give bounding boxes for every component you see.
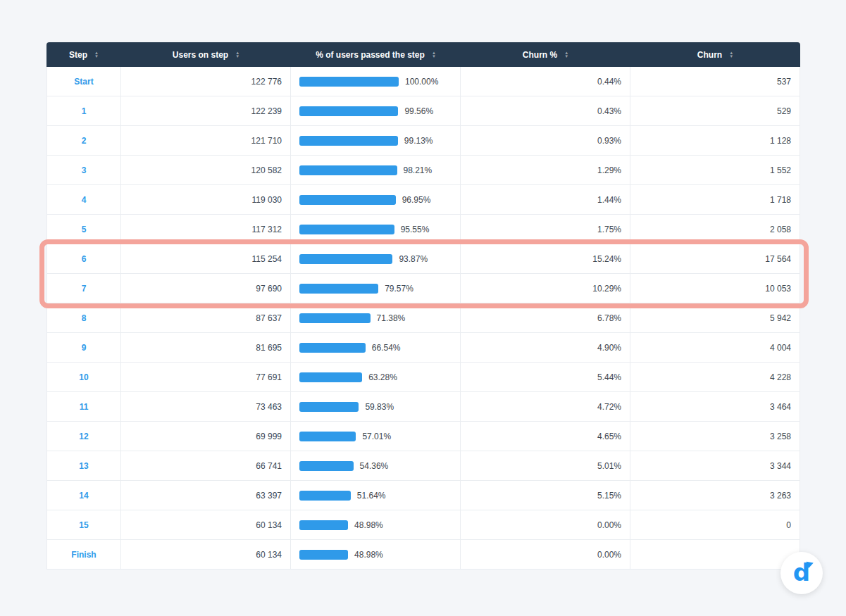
- users-on-step-value: 63 397: [121, 481, 291, 510]
- step-cell: 6: [46, 244, 121, 273]
- step-cell: Start: [46, 67, 121, 96]
- devtodev-logo: d: [780, 552, 823, 594]
- churn-percent-value: 6.78%: [461, 303, 630, 332]
- churn-value: 1 128: [630, 126, 800, 155]
- passed-percent-label: 63.28%: [368, 372, 397, 382]
- passed-bar: [299, 136, 398, 146]
- churn-percent-value: 15.24%: [461, 244, 630, 273]
- step-link[interactable]: 9: [82, 343, 87, 353]
- passed-percent-label: 48.98%: [354, 550, 383, 560]
- table-row: 1 122 239 99.56% 0.43% 529: [46, 96, 800, 126]
- churn-value: 2 058: [630, 215, 800, 244]
- table-row: 14 63 397 51.64% 5.15% 3 263: [46, 481, 800, 510]
- churn-percent-value: 4.65%: [461, 422, 630, 451]
- churn-percent-value: 10.29%: [461, 274, 630, 303]
- column-header-churn[interactable]: Churn ▲▼: [630, 42, 800, 67]
- sort-icon[interactable]: ▲▼: [235, 51, 240, 58]
- passed-bar: [299, 402, 359, 412]
- step-link[interactable]: 13: [79, 461, 88, 471]
- passed-bar: [299, 432, 356, 441]
- step-link[interactable]: 11: [80, 402, 89, 412]
- table-row: Finish 60 134 48.98% 0.00%: [46, 540, 800, 570]
- percent-passed-cell: 99.13%: [291, 126, 461, 155]
- passed-percent-label: 48.98%: [354, 520, 383, 530]
- sort-icon[interactable]: ▲▼: [564, 51, 568, 58]
- step-link[interactable]: Start: [74, 77, 93, 87]
- passed-bar: [299, 461, 354, 471]
- step-link[interactable]: 14: [79, 491, 88, 501]
- users-on-step-value: 60 134: [121, 540, 291, 569]
- users-on-step-value: 120 582: [121, 156, 291, 184]
- passed-percent-label: 95.55%: [401, 225, 430, 234]
- column-header-label: % of users passed the step: [316, 50, 425, 60]
- passed-percent-label: 51.64%: [357, 491, 386, 501]
- step-cell: 13: [46, 451, 121, 480]
- passed-bar: [299, 254, 392, 264]
- churn-value: 10 053: [630, 274, 800, 303]
- step-cell: 12: [46, 422, 121, 451]
- step-cell: 15: [46, 510, 121, 539]
- table-row: 15 60 134 48.98% 0.00% 0: [46, 510, 800, 540]
- step-cell: 1: [46, 96, 121, 125]
- sort-icon[interactable]: ▲▼: [432, 51, 436, 58]
- churn-percent-value: 0.00%: [461, 510, 630, 539]
- column-header-percent-passed[interactable]: % of users passed the step ▲▼: [291, 42, 461, 67]
- passed-percent-label: 93.87%: [399, 254, 428, 264]
- step-link[interactable]: 6: [82, 254, 87, 264]
- passed-bar: [299, 284, 378, 294]
- table-row: 4 119 030 96.95% 1.44% 1 718: [46, 185, 800, 215]
- churn-value: 17 564: [630, 244, 800, 273]
- passed-percent-label: 71.38%: [377, 313, 406, 323]
- percent-passed-cell: 51.64%: [291, 481, 461, 510]
- churn-percent-value: 1.75%: [461, 215, 630, 244]
- percent-passed-cell: 96.95%: [291, 185, 461, 214]
- table-row: 6 115 254 93.87% 15.24% 17 564: [46, 244, 800, 274]
- sort-icon[interactable]: ▲▼: [94, 51, 99, 58]
- passed-bar: [299, 195, 396, 205]
- users-on-step-value: 60 134: [121, 510, 291, 539]
- step-cell: 11: [46, 392, 121, 421]
- logo-flag-icon: [807, 560, 815, 568]
- percent-passed-cell: 48.98%: [291, 510, 461, 539]
- passed-bar: [299, 165, 397, 175]
- users-on-step-value: 122 776: [121, 67, 291, 96]
- step-link[interactable]: 1: [82, 106, 87, 116]
- percent-passed-cell: 57.01%: [291, 422, 461, 451]
- passed-bar: [299, 225, 394, 234]
- table-row: 5 117 312 95.55% 1.75% 2 058: [46, 215, 800, 244]
- step-link[interactable]: 3: [82, 165, 87, 175]
- table-header-row: Step ▲▼ Users on step ▲▼ % of users pass…: [46, 42, 800, 67]
- churn-value: 1 718: [630, 185, 800, 214]
- percent-passed-cell: 98.21%: [291, 156, 461, 184]
- percent-passed-cell: 93.87%: [291, 244, 461, 273]
- step-link[interactable]: 2: [82, 136, 87, 146]
- step-link[interactable]: 15: [79, 520, 88, 530]
- table-row: 2 121 710 99.13% 0.93% 1 128: [46, 126, 800, 156]
- users-on-step-value: 69 999: [121, 422, 291, 451]
- churn-value: 1 552: [630, 156, 800, 184]
- sort-icon[interactable]: ▲▼: [729, 51, 733, 58]
- users-on-step-value: 81 695: [121, 333, 291, 362]
- passed-bar: [299, 520, 348, 530]
- users-on-step-value: 66 741: [121, 451, 291, 480]
- table-row: 13 66 741 54.36% 5.01% 3 344: [46, 451, 800, 481]
- percent-passed-cell: 59.83%: [291, 392, 461, 421]
- step-link[interactable]: 5: [82, 225, 87, 234]
- step-link[interactable]: 4: [82, 195, 87, 205]
- table-row: 7 97 690 79.57% 10.29% 10 053: [46, 274, 800, 303]
- step-link[interactable]: 12: [79, 432, 88, 441]
- passed-bar: [299, 313, 371, 323]
- percent-passed-cell: 63.28%: [291, 363, 461, 391]
- step-link[interactable]: 8: [82, 313, 87, 323]
- step-link[interactable]: Finish: [71, 550, 96, 560]
- table-row: 11 73 463 59.83% 4.72% 3 464: [46, 392, 800, 422]
- churn-value: 0: [630, 510, 800, 539]
- step-cell: 3: [46, 156, 121, 184]
- column-header-churn-percent[interactable]: Churn % ▲▼: [461, 42, 630, 67]
- column-header-step[interactable]: Step ▲▼: [46, 42, 121, 67]
- step-link[interactable]: 10: [79, 372, 88, 382]
- passed-percent-label: 66.54%: [372, 343, 401, 353]
- step-link[interactable]: 7: [82, 284, 87, 294]
- column-header-users-on-step[interactable]: Users on step ▲▼: [121, 42, 291, 67]
- users-on-step-value: 117 312: [121, 215, 291, 244]
